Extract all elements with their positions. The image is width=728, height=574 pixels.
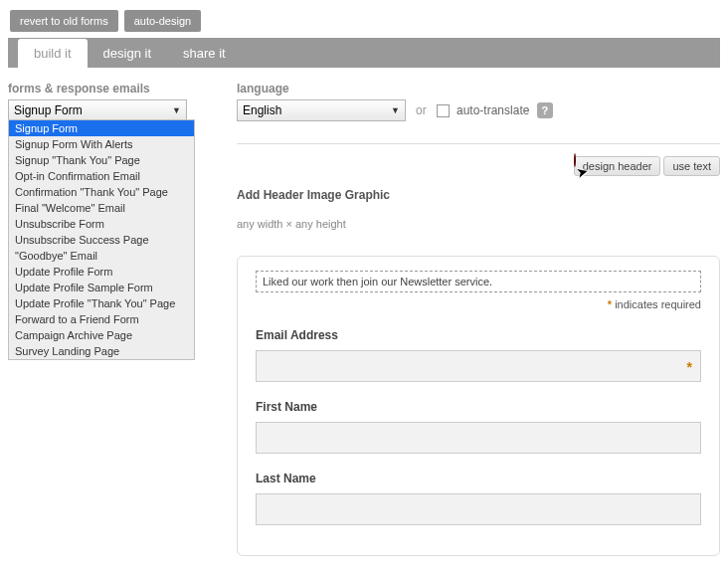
forms-select[interactable]: Signup Form ▼	[8, 99, 187, 121]
auto-translate-label: auto-translate	[456, 103, 529, 117]
dropdown-option[interactable]: Campaign Archive Page	[9, 327, 194, 343]
cursor-pointer-icon: ➤	[567, 154, 583, 176]
dropdown-option[interactable]: Final "Welcome" Email	[9, 200, 194, 216]
dropdown-option[interactable]: Unsubscribe Success Page	[9, 232, 194, 248]
dropdown-option[interactable]: Forward to a Friend Form	[9, 311, 194, 327]
add-header-title: Add Header Image Graphic	[237, 188, 720, 202]
chevron-down-icon: ▼	[391, 105, 400, 115]
design-header-button[interactable]: design header ➤	[574, 156, 661, 176]
dropdown-option[interactable]: Opt-in Confirmation Email	[9, 168, 194, 184]
form-preview-card: Liked our work then join our Newsletter …	[237, 256, 720, 556]
forms-heading: forms & response emails	[8, 82, 197, 96]
language-select-value: English	[243, 103, 281, 117]
email-label: Email Address	[256, 328, 701, 342]
forms-dropdown-list: Signup FormSignup Form With AlertsSignup…	[8, 119, 195, 360]
language-select[interactable]: English ▼	[237, 99, 406, 121]
tab-bar: build it design it share it	[8, 38, 720, 68]
or-label: or	[416, 103, 427, 117]
required-star-icon: *	[687, 359, 692, 375]
intro-text-block[interactable]: Liked our work then join our Newsletter …	[256, 271, 701, 292]
dropdown-option[interactable]: Update Profile Sample Form	[9, 280, 194, 295]
revert-to-old-forms-button[interactable]: revert to old forms	[10, 10, 118, 32]
required-star-icon: *	[608, 298, 612, 310]
tab-share-it[interactable]: share it	[167, 39, 242, 68]
dropdown-option[interactable]: Signup Form With Alerts	[9, 136, 194, 152]
forms-select-value: Signup Form	[14, 103, 83, 117]
dropdown-option[interactable]: Survey Landing Page	[9, 343, 194, 359]
help-icon[interactable]: ?	[537, 102, 553, 118]
required-label: indicates required	[615, 298, 701, 310]
first-name-label: First Name	[256, 400, 701, 414]
dropdown-option[interactable]: Signup "Thank You" Page	[9, 152, 194, 168]
header-dimensions: any width × any height	[237, 218, 720, 230]
dropdown-option[interactable]: Confirmation "Thank You" Page	[9, 184, 194, 200]
dropdown-option[interactable]: Unsubscribe Form	[9, 216, 194, 232]
auto-design-button[interactable]: auto-design	[124, 10, 202, 32]
chevron-down-icon: ▼	[172, 105, 181, 115]
language-heading: language	[237, 82, 720, 96]
use-text-button[interactable]: use text	[663, 156, 720, 176]
dropdown-option[interactable]: Update Profile "Thank You" Page	[9, 295, 194, 311]
required-note: * indicates required	[256, 298, 701, 310]
last-name-label: Last Name	[256, 472, 701, 485]
first-name-input[interactable]	[256, 422, 701, 454]
dropdown-option[interactable]: Update Profile Form	[9, 264, 194, 280]
tab-build-it[interactable]: build it	[18, 39, 88, 68]
dropdown-option[interactable]: "Goodbye" Email	[9, 248, 194, 264]
design-header-label: design header	[583, 160, 652, 172]
tab-design-it[interactable]: design it	[88, 39, 167, 68]
email-input[interactable]: *	[256, 350, 701, 382]
auto-translate-checkbox[interactable]	[437, 104, 450, 117]
last-name-input[interactable]	[256, 493, 701, 525]
dropdown-option[interactable]: Signup Form	[9, 120, 194, 136]
